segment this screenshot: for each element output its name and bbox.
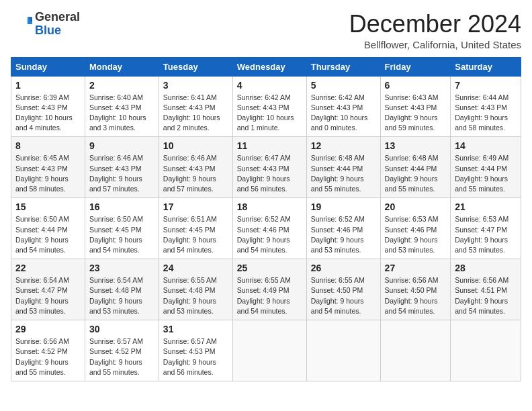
weekday-header: Saturday [451, 57, 521, 76]
calendar-cell: 13Sunrise: 6:48 AMSunset: 4:44 PMDayligh… [380, 137, 451, 198]
calendar-cell: 30Sunrise: 6:57 AMSunset: 4:52 PMDayligh… [85, 320, 159, 381]
calendar-header: SundayMondayTuesdayWednesdayThursdayFrid… [11, 57, 521, 76]
weekday-header: Thursday [306, 57, 380, 76]
day-number: 29 [15, 324, 81, 334]
calendar-cell: 19Sunrise: 6:52 AMSunset: 4:46 PMDayligh… [306, 198, 380, 259]
calendar-cell: 20Sunrise: 6:53 AMSunset: 4:46 PMDayligh… [380, 198, 451, 259]
day-number: 23 [89, 263, 154, 273]
weekday-header: Wednesday [232, 57, 306, 76]
day-number: 6 [385, 80, 447, 91]
calendar-cell: 16Sunrise: 6:50 AMSunset: 4:45 PMDayligh… [85, 198, 159, 259]
calendar-cell: 21Sunrise: 6:53 AMSunset: 4:47 PMDayligh… [451, 198, 521, 259]
calendar-cell: 23Sunrise: 6:54 AMSunset: 4:48 PMDayligh… [85, 259, 159, 320]
weekday-header: Friday [380, 57, 451, 76]
day-number: 11 [237, 140, 302, 151]
day-info: Sunrise: 6:52 AMSunset: 4:46 PMDaylight:… [237, 214, 302, 255]
day-number: 24 [163, 263, 228, 273]
calendar-week-row: 8Sunrise: 6:45 AMSunset: 4:43 PMDaylight… [11, 137, 521, 198]
calendar-cell: 1Sunrise: 6:39 AMSunset: 4:43 PMDaylight… [11, 76, 85, 137]
day-info: Sunrise: 6:43 AMSunset: 4:43 PMDaylight:… [385, 93, 447, 134]
day-number: 30 [89, 324, 154, 334]
day-info: Sunrise: 6:42 AMSunset: 4:43 PMDaylight:… [311, 93, 376, 134]
day-number: 26 [311, 263, 376, 273]
calendar-cell: 10Sunrise: 6:46 AMSunset: 4:43 PMDayligh… [159, 137, 232, 198]
calendar-cell [232, 320, 306, 381]
calendar-cell: 7Sunrise: 6:44 AMSunset: 4:43 PMDaylight… [451, 76, 521, 137]
calendar-cell: 18Sunrise: 6:52 AMSunset: 4:46 PMDayligh… [232, 198, 306, 259]
page-header: General Blue December 2024 Bellflower, C… [11, 11, 521, 50]
day-info: Sunrise: 6:57 AMSunset: 4:52 PMDaylight:… [89, 336, 154, 377]
calendar-week-row: 15Sunrise: 6:50 AMSunset: 4:44 PMDayligh… [11, 198, 521, 259]
day-info: Sunrise: 6:46 AMSunset: 4:43 PMDaylight:… [163, 153, 228, 194]
day-info: Sunrise: 6:55 AMSunset: 4:48 PMDaylight:… [163, 275, 228, 316]
weekday-header: Tuesday [159, 57, 232, 76]
title-block: December 2024 Bellflower, California, Un… [349, 11, 521, 50]
day-info: Sunrise: 6:40 AMSunset: 4:43 PMDaylight:… [89, 93, 154, 134]
calendar-week-row: 29Sunrise: 6:56 AMSunset: 4:52 PMDayligh… [11, 320, 521, 381]
day-info: Sunrise: 6:39 AMSunset: 4:43 PMDaylight:… [15, 93, 81, 134]
day-info: Sunrise: 6:47 AMSunset: 4:43 PMDaylight:… [237, 153, 302, 194]
calendar-cell: 25Sunrise: 6:55 AMSunset: 4:49 PMDayligh… [232, 259, 306, 320]
day-number: 14 [455, 140, 517, 151]
logo-text: General Blue [35, 11, 80, 38]
day-number: 22 [15, 263, 81, 273]
day-info: Sunrise: 6:50 AMSunset: 4:45 PMDaylight:… [89, 214, 154, 255]
day-info: Sunrise: 6:45 AMSunset: 4:43 PMDaylight:… [15, 153, 81, 194]
calendar-cell: 4Sunrise: 6:42 AMSunset: 4:43 PMDaylight… [232, 76, 306, 137]
calendar-cell: 11Sunrise: 6:47 AMSunset: 4:43 PMDayligh… [232, 137, 306, 198]
day-number: 7 [455, 80, 517, 91]
day-info: Sunrise: 6:49 AMSunset: 4:44 PMDaylight:… [455, 153, 517, 194]
calendar-cell: 14Sunrise: 6:49 AMSunset: 4:44 PMDayligh… [451, 137, 521, 198]
day-number: 5 [311, 80, 376, 91]
day-info: Sunrise: 6:53 AMSunset: 4:46 PMDaylight:… [385, 214, 447, 255]
day-number: 13 [385, 140, 447, 151]
calendar-cell: 28Sunrise: 6:56 AMSunset: 4:51 PMDayligh… [451, 259, 521, 320]
day-info: Sunrise: 6:52 AMSunset: 4:46 PMDaylight:… [311, 214, 376, 255]
day-info: Sunrise: 6:57 AMSunset: 4:53 PMDaylight:… [163, 336, 228, 377]
logo: General Blue [11, 11, 80, 38]
day-number: 3 [163, 80, 228, 91]
month-title: December 2024 [349, 11, 521, 38]
day-number: 19 [311, 201, 376, 212]
day-info: Sunrise: 6:55 AMSunset: 4:49 PMDaylight:… [237, 275, 302, 316]
day-info: Sunrise: 6:48 AMSunset: 4:44 PMDaylight:… [311, 153, 376, 194]
day-number: 31 [163, 324, 228, 334]
calendar-cell: 8Sunrise: 6:45 AMSunset: 4:43 PMDaylight… [11, 137, 85, 198]
day-number: 16 [89, 201, 154, 212]
logo-icon [11, 13, 32, 35]
calendar-cell: 17Sunrise: 6:51 AMSunset: 4:45 PMDayligh… [159, 198, 232, 259]
day-number: 2 [89, 80, 154, 91]
calendar-week-row: 22Sunrise: 6:54 AMSunset: 4:47 PMDayligh… [11, 259, 521, 320]
calendar-cell [380, 320, 451, 381]
day-info: Sunrise: 6:41 AMSunset: 4:43 PMDaylight:… [163, 93, 228, 134]
calendar-cell: 26Sunrise: 6:55 AMSunset: 4:50 PMDayligh… [306, 259, 380, 320]
day-number: 15 [15, 201, 81, 212]
day-info: Sunrise: 6:56 AMSunset: 4:50 PMDaylight:… [385, 275, 447, 316]
day-number: 8 [15, 140, 81, 151]
day-info: Sunrise: 6:54 AMSunset: 4:48 PMDaylight:… [89, 275, 154, 316]
day-number: 25 [237, 263, 302, 273]
calendar-cell: 6Sunrise: 6:43 AMSunset: 4:43 PMDaylight… [380, 76, 451, 137]
day-info: Sunrise: 6:56 AMSunset: 4:51 PMDaylight:… [455, 275, 517, 316]
calendar-cell: 15Sunrise: 6:50 AMSunset: 4:44 PMDayligh… [11, 198, 85, 259]
calendar-cell: 27Sunrise: 6:56 AMSunset: 4:50 PMDayligh… [380, 259, 451, 320]
calendar-table: SundayMondayTuesdayWednesdayThursdayFrid… [11, 57, 521, 381]
calendar-cell: 29Sunrise: 6:56 AMSunset: 4:52 PMDayligh… [11, 320, 85, 381]
calendar-body: 1Sunrise: 6:39 AMSunset: 4:43 PMDaylight… [11, 76, 521, 381]
day-number: 12 [311, 140, 376, 151]
day-number: 17 [163, 201, 228, 212]
day-number: 28 [455, 263, 517, 273]
day-number: 4 [237, 80, 302, 91]
day-info: Sunrise: 6:42 AMSunset: 4:43 PMDaylight:… [237, 93, 302, 134]
calendar-cell: 9Sunrise: 6:46 AMSunset: 4:43 PMDaylight… [85, 137, 159, 198]
header-row: SundayMondayTuesdayWednesdayThursdayFrid… [11, 57, 521, 76]
day-info: Sunrise: 6:55 AMSunset: 4:50 PMDaylight:… [311, 275, 376, 316]
location: Bellflower, California, United States [349, 39, 521, 50]
calendar-cell: 22Sunrise: 6:54 AMSunset: 4:47 PMDayligh… [11, 259, 85, 320]
weekday-header: Monday [85, 57, 159, 76]
day-number: 27 [385, 263, 447, 273]
day-number: 1 [15, 80, 81, 91]
calendar-cell: 24Sunrise: 6:55 AMSunset: 4:48 PMDayligh… [159, 259, 232, 320]
day-info: Sunrise: 6:44 AMSunset: 4:43 PMDaylight:… [455, 93, 517, 134]
calendar-week-row: 1Sunrise: 6:39 AMSunset: 4:43 PMDaylight… [11, 76, 521, 137]
